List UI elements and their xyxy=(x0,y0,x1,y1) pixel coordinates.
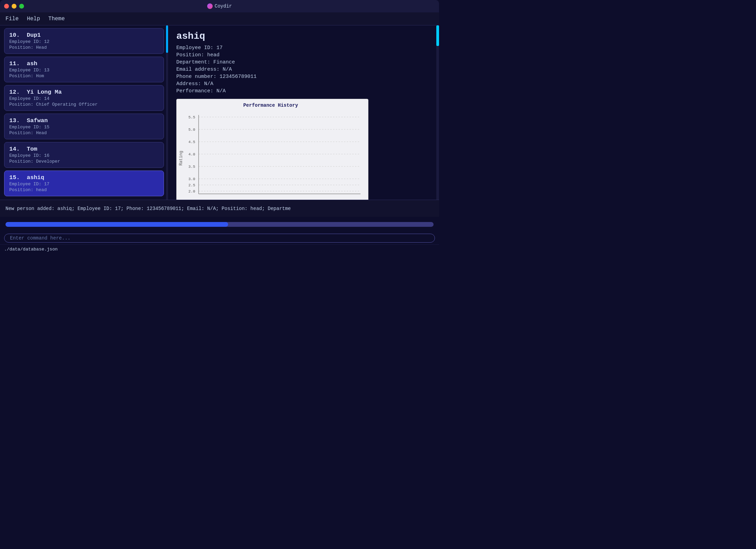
emp-id: Employee ID: 17 xyxy=(9,182,159,187)
employee-card-12[interactable]: 10. Dup1 Employee ID: 12 Position: Head xyxy=(4,28,164,54)
svg-text:3.5: 3.5 xyxy=(188,165,195,169)
svg-text:Rating: Rating xyxy=(179,151,184,165)
right-scrollbar[interactable] xyxy=(436,25,439,200)
emp-position: Position: Chief Operating Officer xyxy=(9,102,159,107)
svg-text:5.5: 5.5 xyxy=(188,115,195,119)
menu-file[interactable]: File xyxy=(5,16,19,22)
detail-phone: Phone number: 123456789011 xyxy=(176,74,431,80)
app-icon xyxy=(207,3,213,9)
svg-text:2.0: 2.0 xyxy=(188,189,195,194)
chart-title: Performance History xyxy=(177,103,365,108)
menubar: File Help Theme xyxy=(0,12,439,25)
detail-position: Position: head xyxy=(176,52,431,58)
svg-text:4.0: 4.0 xyxy=(188,152,195,156)
detail-panel: ashiq Employee ID: 17 Position: head Dep… xyxy=(168,25,439,200)
statusbar: New person added: ashiq; Employee ID: 17… xyxy=(0,200,439,217)
minimize-button[interactable] xyxy=(12,4,16,9)
detail-address: Address: N/A xyxy=(176,81,431,87)
employee-card-16[interactable]: 14. Tom Employee ID: 16 Position: Develo… xyxy=(4,142,164,168)
emp-position: Position: head xyxy=(9,187,159,192)
emp-id: Employee ID: 15 xyxy=(9,125,159,130)
status-text: New person added: ashiq; Employee ID: 17… xyxy=(5,206,291,211)
detail-performance: Performance: N/A xyxy=(176,88,431,94)
emp-name: 15. ashiq xyxy=(9,174,159,181)
main-area: 10. Dup1 Employee ID: 12 Position: Head … xyxy=(0,25,439,200)
emp-id: Employee ID: 16 xyxy=(9,153,159,158)
emp-position: Position: Hom xyxy=(9,73,159,79)
employee-card-17[interactable]: 15. ashiq Employee ID: 17 Position: head xyxy=(4,171,164,196)
emp-position: Position: Head xyxy=(9,130,159,136)
employee-card-13[interactable]: 11. ash Employee ID: 13 Position: Hom xyxy=(4,57,164,82)
employee-card-14[interactable]: 12. Yi Long Ma Employee ID: 14 Position:… xyxy=(4,85,164,111)
detail-employee-id: Employee ID: 17 xyxy=(176,45,431,51)
detail-name: ashiq xyxy=(176,31,431,42)
emp-name: 14. Tom xyxy=(9,146,159,152)
titlebar: Coydir xyxy=(0,0,439,12)
progressbar-track xyxy=(5,222,434,227)
progressbar-container xyxy=(0,217,439,232)
filepath-text: ./data/database.json xyxy=(4,247,58,252)
detail-department: Department: Finance xyxy=(176,59,431,65)
right-scroll-thumb[interactable] xyxy=(436,25,439,46)
emp-position: Position: Developer xyxy=(9,159,159,164)
menu-help[interactable]: Help xyxy=(27,16,40,22)
command-area xyxy=(0,232,439,244)
svg-text:3.0: 3.0 xyxy=(188,177,195,181)
close-button[interactable] xyxy=(4,4,9,9)
svg-text:5.0: 5.0 xyxy=(188,128,195,132)
svg-text:4.5: 4.5 xyxy=(188,140,195,144)
emp-id: Employee ID: 12 xyxy=(9,39,159,44)
emp-name: 11. ash xyxy=(9,60,159,67)
emp-name: 13. Safwan xyxy=(9,117,159,124)
traffic-lights xyxy=(4,4,24,9)
emp-name: 10. Dup1 xyxy=(9,32,159,38)
chart-svg: Rating 5.5 5.0 4.5 4.0 3.5 3.0 xyxy=(177,110,365,199)
progressbar-fill xyxy=(5,222,228,227)
emp-position: Position: Head xyxy=(9,45,159,50)
filepath: ./data/database.json xyxy=(0,244,439,254)
emp-id: Employee ID: 14 xyxy=(9,96,159,101)
app-title-text: Coydir xyxy=(215,3,232,9)
chart-inner: Rating 5.5 5.0 4.5 4.0 3.5 3.0 xyxy=(177,110,365,200)
command-input[interactable] xyxy=(4,234,435,243)
employee-list[interactable]: 10. Dup1 Employee ID: 12 Position: Head … xyxy=(0,25,168,200)
menu-theme[interactable]: Theme xyxy=(48,16,65,22)
employee-card-15[interactable]: 13. Safwan Employee ID: 15 Position: Hea… xyxy=(4,114,164,139)
performance-chart: Performance History Rating 5.5 5.0 4.5 4… xyxy=(176,99,368,200)
emp-name: 12. Yi Long Ma xyxy=(9,89,159,95)
svg-text:2.5: 2.5 xyxy=(188,183,195,187)
app-title: Coydir xyxy=(207,3,232,9)
detail-email: Email address: N/A xyxy=(176,67,431,72)
emp-id: Employee ID: 13 xyxy=(9,68,159,73)
maximize-button[interactable] xyxy=(19,4,24,9)
employee-cards: 10. Dup1 Employee ID: 12 Position: Head … xyxy=(4,28,164,196)
